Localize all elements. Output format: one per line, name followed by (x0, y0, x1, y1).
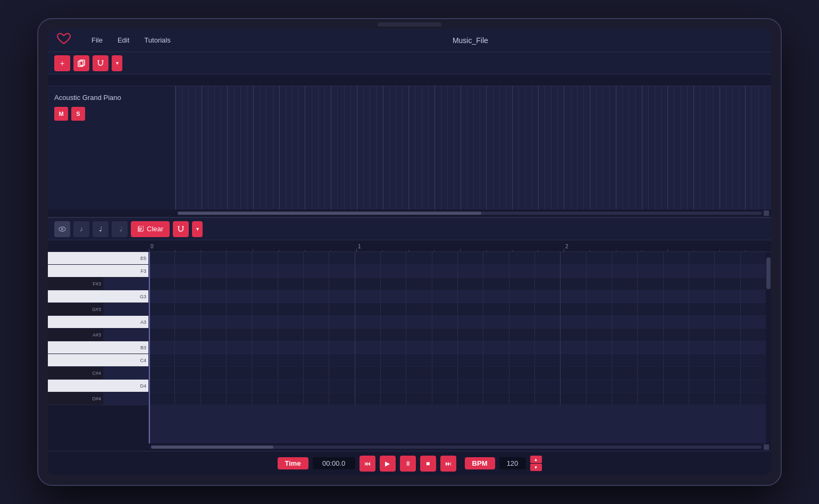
bpm-down-button[interactable]: ▼ (530, 464, 542, 471)
pr-grid-row-3[interactable] (149, 290, 766, 303)
pr-magnet-button[interactable] (173, 221, 189, 237)
pr-col-17 (586, 329, 587, 341)
pr-grid-row-4[interactable] (149, 303, 766, 316)
pr-grid-row-0[interactable] (149, 252, 766, 265)
grid-subline-17-2 (629, 86, 629, 209)
pr-scroll-thumb[interactable] (766, 257, 771, 289)
white-key-d4[interactable]: D4 (48, 380, 148, 392)
magnet-button[interactable] (93, 55, 108, 71)
pr-col-19 (637, 252, 638, 264)
white-key-c4[interactable]: C4 (48, 354, 148, 366)
pr-grid-row-6[interactable] (149, 329, 766, 341)
black-key-csharp4[interactable]: C#4 (48, 367, 103, 379)
key-row-gsharp3[interactable]: G#3 (48, 303, 148, 316)
key-row-g3[interactable]: G3 (48, 290, 148, 303)
key-row-b3[interactable]: B3 (48, 341, 148, 354)
pr-col-7 (329, 252, 329, 264)
menu-file[interactable]: File (84, 34, 110, 46)
mute-button[interactable]: M (54, 107, 68, 121)
pr-col-6 (303, 392, 304, 405)
black-key-dsharp4[interactable]: D#4 (48, 392, 103, 405)
pr-grid-row-8[interactable] (149, 354, 766, 367)
scroll-track[interactable] (178, 212, 762, 215)
grid-subline-8-2 (396, 86, 396, 209)
pr-subtick (616, 250, 616, 251)
play-button[interactable]: ▶ (380, 456, 396, 472)
pr-col-11 (432, 341, 432, 354)
pr-col-4 (252, 265, 252, 277)
grid-subline-13-2 (525, 86, 525, 209)
black-key-fsharp3[interactable]: F#3 (48, 278, 103, 290)
solo-button[interactable]: S (71, 107, 85, 121)
stop-button[interactable]: ■ (420, 456, 436, 472)
key-row-asharp3[interactable]: A#3 (48, 329, 148, 341)
grid-subline-12-3 (506, 86, 506, 209)
pr-col-18 (612, 367, 612, 379)
pr-col-18 (612, 341, 612, 354)
key-row-f3[interactable]: F3 (48, 265, 148, 278)
scroll-thumb[interactable] (178, 212, 481, 215)
pr-scroll-thumb[interactable] (151, 446, 273, 449)
pause-button[interactable]: ⏸ (400, 456, 416, 472)
menu-edit[interactable]: Edit (110, 34, 137, 46)
pr-col-15 (534, 392, 535, 405)
white-key-a3[interactable]: A3 (48, 316, 148, 328)
clear-button[interactable]: Clear (131, 221, 170, 237)
note-quarter-button[interactable]: ♩ (93, 221, 108, 237)
pr-col-2 (200, 290, 201, 303)
white-key-e5[interactable]: E5 (48, 252, 148, 264)
pr-grid-row-5[interactable] (149, 316, 766, 329)
pr-col-18 (612, 278, 612, 290)
white-key-f3[interactable]: F3 (48, 265, 148, 277)
device-frame: File Edit Tutorials Music_File + ▾ (37, 18, 782, 486)
pr-grid-row-7[interactable] (149, 341, 766, 354)
pr-col-14 (509, 252, 509, 264)
note-eighth-button[interactable]: ♪ (73, 221, 89, 237)
eye-button[interactable] (54, 221, 70, 237)
pr-col-22 (714, 367, 715, 379)
key-row-e5[interactable]: E5 (48, 252, 148, 265)
grid-subline-14-3 (557, 86, 558, 209)
note-half-button[interactable]: 𝅗𝅥 (112, 221, 128, 237)
key-row-c4[interactable]: C4 (48, 354, 148, 367)
pr-dropdown[interactable]: ▾ (192, 221, 203, 237)
grid-subline-6-1 (337, 86, 338, 209)
grid-subline-4-1 (286, 86, 286, 209)
add-button[interactable]: + (54, 55, 70, 71)
key-row-a3[interactable]: A3 (48, 316, 148, 329)
grid-subline-6-2 (344, 86, 345, 209)
grid-subline-13-1 (519, 86, 519, 209)
pr-col-5 (278, 252, 278, 264)
pr-grid-row-1[interactable] (149, 265, 766, 278)
menu-tutorials[interactable]: Tutorials (137, 34, 178, 46)
black-key-asharp3[interactable]: A#3 (48, 329, 103, 341)
white-key-g3[interactable]: G3 (48, 290, 148, 303)
pr-grid-row-11[interactable] (149, 392, 766, 405)
pr-col-6 (303, 278, 304, 290)
pr-col-7 (329, 316, 329, 328)
bpm-up-button[interactable]: ▲ (530, 456, 542, 463)
pr-vertical-scrollbar[interactable] (766, 252, 771, 443)
key-row-fsharp3[interactable]: F#3 (48, 278, 148, 290)
white-key-b3[interactable]: B3 (48, 341, 148, 354)
pr-grid-row-10[interactable] (149, 380, 766, 392)
black-key-gsharp3[interactable]: G#3 (48, 303, 103, 315)
pr-subtick (512, 250, 513, 251)
key-row-dsharp4[interactable]: D#4 (48, 392, 148, 405)
pr-col-3 (226, 367, 227, 379)
key-row-csharp4[interactable]: C#4 (48, 367, 148, 380)
pr-col-10 (406, 392, 406, 405)
piano-roll-grid[interactable] (149, 252, 766, 443)
pr-grid-row-2[interactable] (149, 278, 766, 290)
pr-scroll-track[interactable] (151, 446, 762, 449)
rewind-button[interactable]: ⏮ (360, 456, 375, 472)
pr-grid-row-9[interactable] (149, 367, 766, 380)
copy-button[interactable] (73, 55, 89, 71)
key-row-d4[interactable]: D4 (48, 380, 148, 392)
toolbar-dropdown[interactable]: ▾ (112, 55, 122, 71)
grid-subline-7-1 (363, 86, 364, 209)
forward-button[interactable]: ⏭ (440, 456, 456, 472)
pr-col-17 (586, 278, 587, 290)
pr-col-3 (226, 303, 227, 315)
pr-col-12 (457, 354, 458, 366)
